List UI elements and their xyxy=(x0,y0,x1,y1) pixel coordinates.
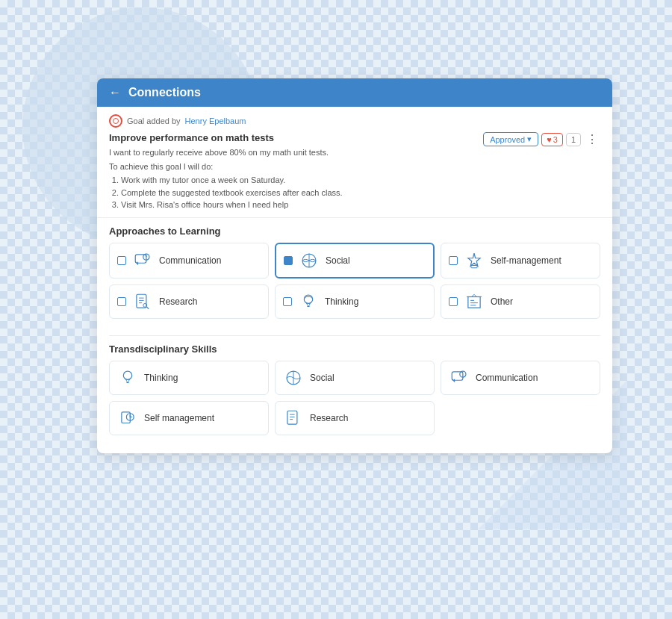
goal-step-1: Work with my tutor once a week on Saturd… xyxy=(121,174,343,187)
social-icon xyxy=(299,250,320,271)
goal-step-3: Visit Mrs. Risa's office hours when I ne… xyxy=(121,199,343,211)
svg-rect-26 xyxy=(287,411,297,424)
main-card: ← Connections Goal added by Henry Epelba… xyxy=(97,78,612,453)
svg-line-10 xyxy=(146,306,149,308)
approaches-title: Approaches to Learning xyxy=(109,225,600,237)
self-management-icon xyxy=(464,250,485,271)
trans-self-management[interactable]: Self management xyxy=(109,401,269,435)
more-button[interactable]: ⋮ xyxy=(584,132,600,146)
research-checkbox xyxy=(117,297,126,306)
section-divider xyxy=(109,335,600,336)
thinking-label: Thinking xyxy=(325,296,358,307)
page-title: Connections xyxy=(128,86,201,99)
category-research[interactable]: Research xyxy=(109,284,269,319)
approaches-section: Approaches to Learning Communication xyxy=(97,218,612,335)
category-social[interactable]: Social xyxy=(275,243,435,279)
svg-rect-5 xyxy=(137,294,146,308)
trans-grid: Thinking Social xyxy=(109,361,600,435)
category-other[interactable]: Other xyxy=(441,284,600,319)
goal-title: Improve performance on math tests xyxy=(109,132,343,143)
trans-social[interactable]: Social xyxy=(275,361,435,395)
communication-icon xyxy=(132,250,153,271)
communication-label: Communication xyxy=(159,255,221,266)
goal-actions: Approved ▾ ♥ 3 1 ⋮ xyxy=(483,132,600,146)
goal-description: I want to regularly receive above 80% on… xyxy=(109,146,343,159)
trans-self-management-icon xyxy=(117,408,138,429)
research-label: Research xyxy=(159,296,197,307)
trans-thinking[interactable]: Thinking xyxy=(109,361,269,395)
heart-button[interactable]: ♥ 3 xyxy=(541,133,563,146)
svg-rect-4 xyxy=(471,265,477,267)
social-label: Social xyxy=(326,255,350,266)
communication-checkbox xyxy=(117,256,126,265)
svg-point-16 xyxy=(123,371,131,379)
category-thinking[interactable]: Thinking xyxy=(275,284,435,319)
svg-point-11 xyxy=(304,295,312,303)
goal-header-row: Improve performance on math tests I want… xyxy=(109,132,600,211)
back-button[interactable]: ← xyxy=(109,86,121,99)
goal-title-area: Improve performance on math tests I want… xyxy=(109,132,343,211)
other-icon xyxy=(464,291,485,312)
trans-social-icon xyxy=(283,367,304,388)
transdisciplinary-section: Transdisciplinary Skills Thinking xyxy=(97,343,612,453)
trans-communication-label: Communication xyxy=(476,373,538,383)
goal-step-2: Complete the suggested textbook exercise… xyxy=(121,187,343,199)
thinking-checkbox xyxy=(283,297,292,306)
trans-thinking-icon xyxy=(117,367,138,388)
goal-achieve: To achieve this goal I will do: xyxy=(109,161,343,173)
self-management-label: Self-management xyxy=(491,255,561,266)
approved-button[interactable]: Approved ▾ xyxy=(483,132,538,146)
trans-self-management-label: Self management xyxy=(144,413,214,423)
goal-added-prefix: Goal added by xyxy=(127,116,181,125)
comment-button[interactable]: 1 xyxy=(566,133,581,146)
trans-research-label: Research xyxy=(310,413,348,423)
svg-rect-20 xyxy=(452,371,463,379)
card-header: ← Connections xyxy=(97,78,612,107)
self-management-checkbox xyxy=(449,256,458,265)
approaches-grid: Communication Social xyxy=(109,243,600,319)
goal-added-line: Goal added by Henry Epelbaum xyxy=(109,114,600,128)
trans-research-icon xyxy=(283,408,304,429)
other-label: Other xyxy=(491,296,513,307)
goal-icon-inner xyxy=(113,118,119,124)
thinking-icon xyxy=(298,291,319,312)
category-communication[interactable]: Communication xyxy=(109,243,269,279)
other-checkbox xyxy=(449,297,458,306)
category-self-management[interactable]: Self-management xyxy=(441,243,600,279)
goal-section: Goal added by Henry Epelbaum Improve per… xyxy=(97,107,612,218)
trans-communication-icon xyxy=(449,367,470,388)
svg-rect-0 xyxy=(135,254,146,262)
trans-social-label: Social xyxy=(310,373,335,383)
goal-author[interactable]: Henry Epelbaum xyxy=(185,116,246,125)
trans-thinking-label: Thinking xyxy=(144,373,178,383)
research-icon xyxy=(132,291,153,312)
social-checkbox xyxy=(284,256,293,265)
goal-icon xyxy=(109,114,122,128)
goal-steps: Work with my tutor once a week on Saturd… xyxy=(109,174,343,211)
trans-research[interactable]: Research xyxy=(275,401,435,435)
trans-communication[interactable]: Communication xyxy=(441,361,600,395)
transdisciplinary-title: Transdisciplinary Skills xyxy=(109,343,600,355)
